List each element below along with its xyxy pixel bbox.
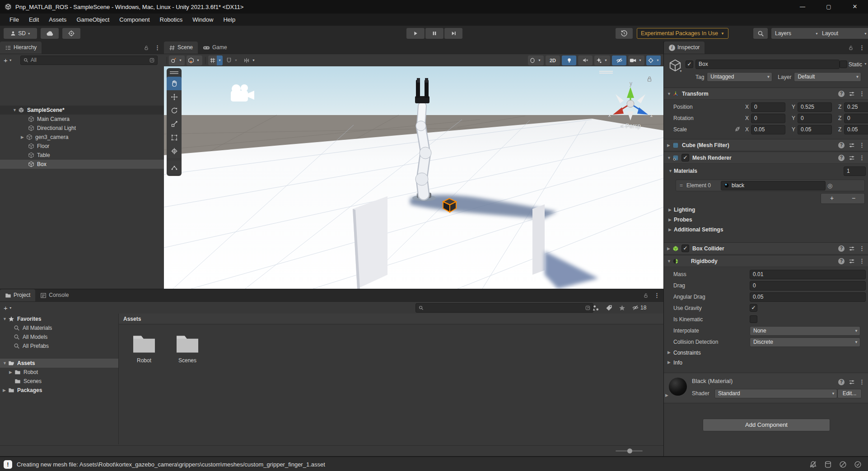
object-picker-icon[interactable]: ◎ bbox=[827, 182, 832, 189]
panel-menu-icon[interactable]: ⋮ bbox=[859, 44, 865, 51]
mass-input[interactable]: 0.01 bbox=[750, 270, 866, 279]
search-by-type-icon[interactable] bbox=[593, 305, 599, 311]
add-component-button[interactable]: Add Component bbox=[703, 419, 830, 431]
2d-toggle-button[interactable]: 2D bbox=[546, 55, 560, 65]
material-preview-sphere[interactable] bbox=[668, 377, 687, 396]
hierarchy-search-input[interactable]: All bbox=[20, 55, 158, 65]
notifications-muted-icon[interactable] bbox=[809, 461, 817, 468]
hand-tool-button[interactable] bbox=[167, 77, 182, 90]
object-name-input[interactable]: Box bbox=[695, 60, 840, 69]
component-menu-icon[interactable]: ⋮ bbox=[859, 258, 865, 264]
menu-help[interactable]: Help bbox=[218, 16, 240, 23]
presets-icon[interactable] bbox=[849, 245, 855, 252]
tab-scene[interactable]: Scene bbox=[164, 42, 198, 54]
menu-gameobject[interactable]: GameObject bbox=[71, 16, 114, 23]
probes-foldout[interactable]: ▶Probes bbox=[668, 217, 692, 223]
help-icon[interactable]: ? bbox=[838, 258, 845, 264]
close-button[interactable]: ✕ bbox=[842, 0, 868, 14]
favorites-star-icon[interactable] bbox=[619, 305, 625, 311]
transform-tool-button[interactable] bbox=[167, 144, 182, 158]
help-icon[interactable]: ? bbox=[838, 91, 845, 97]
materials-foldout[interactable]: ▼ Materials bbox=[668, 168, 697, 174]
position-z-input[interactable]: 0.25 bbox=[844, 102, 868, 112]
rotation-y-input[interactable]: 0 bbox=[798, 114, 832, 123]
minimize-button[interactable]: — bbox=[789, 0, 816, 14]
play-button[interactable] bbox=[406, 28, 425, 39]
undo-history-button[interactable] bbox=[616, 28, 633, 39]
menu-edit[interactable]: Edit bbox=[24, 16, 44, 23]
search-by-label-icon[interactable] bbox=[606, 305, 612, 311]
mesh-renderer-header[interactable]: ▼ ✓ Mesh Renderer ? ⋮ bbox=[664, 152, 868, 164]
scene-viewport[interactable]: y x z <Persp bbox=[164, 66, 663, 289]
draw-mode-button[interactable]: ▼ bbox=[528, 55, 544, 65]
component-menu-icon[interactable]: ⋮ bbox=[859, 245, 865, 252]
info-foldout[interactable]: Info bbox=[673, 360, 682, 366]
lock-icon[interactable] bbox=[643, 292, 649, 299]
create-object-button[interactable]: + ▼ bbox=[4, 56, 12, 64]
menu-assets[interactable]: Assets bbox=[44, 16, 71, 23]
box-collider-enabled-checkbox[interactable]: ✓ bbox=[681, 245, 689, 252]
rect-tool-button[interactable] bbox=[167, 131, 182, 144]
move-tool-button[interactable] bbox=[167, 90, 182, 104]
progress-icon[interactable] bbox=[854, 461, 862, 468]
object-icon-dropdown-icon[interactable]: ▼ bbox=[679, 69, 682, 73]
add-material-button[interactable]: + bbox=[821, 194, 843, 203]
search-picker-icon[interactable] bbox=[149, 58, 154, 63]
presets-icon[interactable] bbox=[849, 155, 855, 161]
search-picker-icon[interactable] bbox=[585, 305, 590, 310]
lighting-toggle-button[interactable] bbox=[562, 55, 576, 65]
lock-icon[interactable] bbox=[144, 45, 149, 51]
presets-icon[interactable] bbox=[849, 91, 855, 97]
hierarchy-item-gen3-camera[interactable]: ▶ gen3_camera bbox=[0, 133, 164, 142]
is-kinematic-checkbox[interactable] bbox=[750, 315, 757, 323]
account-button[interactable]: SD ▼ bbox=[4, 28, 37, 39]
material-object-field[interactable]: black bbox=[721, 181, 826, 190]
tab-game[interactable]: Game bbox=[198, 42, 232, 54]
custom-tool-button[interactable] bbox=[167, 161, 182, 174]
tab-project[interactable]: Project bbox=[0, 289, 35, 301]
transform-header[interactable]: ▼ Transform ? ⋮ bbox=[664, 88, 868, 100]
orientation-gizmo[interactable]: y x z bbox=[606, 79, 655, 129]
angular-drag-input[interactable]: 0.05 bbox=[750, 292, 866, 302]
pivot-orientation-button[interactable]: ▼ bbox=[187, 55, 202, 65]
tab-hierarchy[interactable]: Hierarchy bbox=[0, 42, 42, 54]
drag-handle-icon[interactable]: = bbox=[680, 182, 683, 189]
help-icon[interactable]: ? bbox=[838, 142, 845, 148]
mesh-filter-header[interactable]: ▶ Cube (Mesh Filter) ? ⋮ bbox=[664, 139, 868, 151]
panel-menu-icon[interactable]: ⋮ bbox=[154, 44, 160, 51]
scale-tool-button[interactable] bbox=[167, 117, 182, 131]
scale-z-input[interactable]: 0.05 bbox=[844, 125, 868, 134]
gizmos-toggle-button[interactable]: ▼ bbox=[646, 55, 661, 65]
step-button[interactable] bbox=[444, 28, 462, 39]
search-button[interactable] bbox=[753, 28, 768, 39]
presets-icon[interactable] bbox=[849, 258, 855, 264]
rotation-x-input[interactable]: 0 bbox=[751, 114, 785, 123]
hierarchy-item-table[interactable]: Table bbox=[0, 151, 164, 160]
position-y-input[interactable]: 0.525 bbox=[798, 102, 832, 112]
breadcrumb[interactable]: Assets bbox=[123, 316, 141, 322]
scale-x-input[interactable]: 0.05 bbox=[751, 125, 785, 134]
help-icon[interactable]: ? bbox=[838, 379, 845, 385]
position-x-input[interactable]: 0 bbox=[751, 102, 785, 112]
folder-item-scenes[interactable]: Scenes bbox=[170, 332, 205, 364]
tag-dropdown[interactable]: Untagged bbox=[707, 72, 772, 82]
presets-icon[interactable] bbox=[849, 142, 855, 148]
menu-robotics[interactable]: Robotics bbox=[155, 16, 188, 23]
hierarchy-item-directional-light[interactable]: Directional Light bbox=[0, 124, 164, 133]
favorites-row[interactable]: ▼ Favorites bbox=[0, 314, 118, 323]
component-menu-icon[interactable]: ⋮ bbox=[859, 90, 865, 97]
snap-increment-button[interactable]: ▼ bbox=[242, 55, 258, 65]
help-icon[interactable]: ? bbox=[838, 155, 845, 161]
shader-dropdown[interactable]: Standard bbox=[714, 389, 837, 398]
tool-context-button[interactable]: ▼ bbox=[169, 55, 185, 65]
static-dropdown-icon[interactable]: ▼ bbox=[864, 62, 867, 65]
materials-count-input[interactable]: 1 bbox=[844, 166, 866, 176]
perspective-label[interactable]: <Persp bbox=[620, 122, 641, 129]
rotate-tool-button[interactable] bbox=[167, 104, 182, 117]
shader-edit-button[interactable]: Edit... bbox=[837, 389, 862, 398]
status-notification-icon[interactable]: ! bbox=[4, 460, 12, 469]
thumbnail-size-slider[interactable] bbox=[616, 450, 643, 452]
scale-y-input[interactable]: 0.05 bbox=[798, 125, 832, 134]
create-asset-button[interactable]: + ▼ bbox=[4, 304, 12, 312]
all-prefabs-row[interactable]: All Prefabs bbox=[0, 342, 118, 351]
